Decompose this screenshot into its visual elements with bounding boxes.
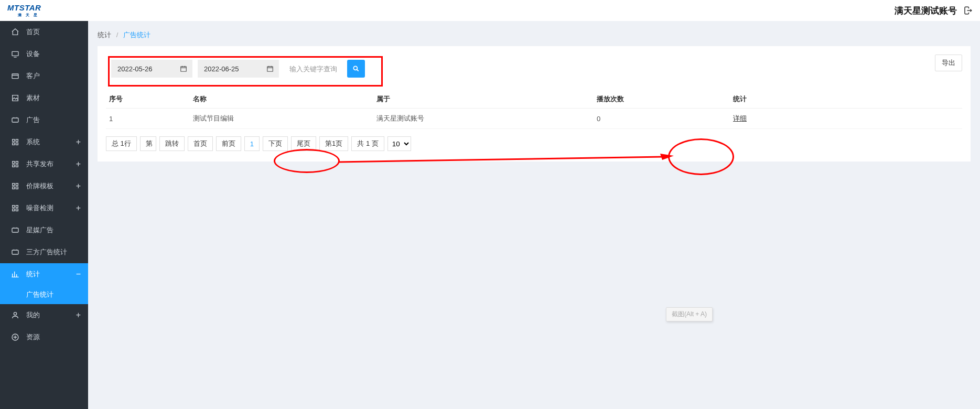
svg-marker-28 bbox=[660, 154, 674, 160]
pager-total: 总 1行 bbox=[106, 136, 137, 151]
sidebar-item-material[interactable]: 素材 bbox=[0, 87, 88, 109]
svg-rect-17 bbox=[16, 206, 18, 208]
svg-rect-11 bbox=[16, 165, 18, 167]
svg-line-27 bbox=[338, 157, 663, 162]
logo-sub: 满 天 星 bbox=[17, 13, 39, 17]
sidebar-item-template[interactable]: 价牌模板 + bbox=[0, 175, 88, 197]
pager-page-size[interactable]: 10 bbox=[387, 136, 411, 151]
sidebar-item-device[interactable]: 设备 bbox=[0, 43, 88, 65]
sidebar-item-label: 共享发布 bbox=[26, 159, 53, 169]
svg-rect-10 bbox=[13, 165, 15, 167]
screenshot-hint: 截图(Alt + A) bbox=[666, 307, 713, 321]
filter-row bbox=[106, 55, 962, 83]
account-name: 满天星测试账号 bbox=[895, 5, 957, 17]
sidebar-item-media-ad[interactable]: 星媒广告 bbox=[0, 219, 88, 241]
expand-icon: + bbox=[76, 181, 81, 191]
sidebar-item-label: 客户 bbox=[26, 71, 40, 81]
pager-jump[interactable]: 跳转 bbox=[159, 136, 185, 151]
col-owner: 属于 bbox=[373, 90, 594, 109]
sidebar-item-noise[interactable]: 噪音检测 + bbox=[0, 197, 88, 219]
breadcrumb-root[interactable]: 统计 bbox=[98, 31, 111, 39]
svg-rect-4 bbox=[13, 139, 15, 142]
expand-icon: + bbox=[76, 203, 81, 213]
customer-icon bbox=[10, 71, 20, 81]
sidebar-item-home[interactable]: 首页 bbox=[0, 21, 88, 43]
detail-link[interactable]: 详细 bbox=[733, 114, 747, 122]
sidebar-item-label: 价牌模板 bbox=[26, 181, 53, 191]
svg-rect-19 bbox=[16, 209, 18, 211]
svg-rect-13 bbox=[16, 184, 18, 186]
col-name: 名称 bbox=[190, 90, 373, 109]
sidebar-item-profile[interactable]: 我的 + bbox=[0, 304, 88, 326]
sidebar-item-resource[interactable]: 资源 bbox=[0, 326, 88, 348]
sidebar-item-third-ad[interactable]: 三方广告统计 bbox=[0, 241, 88, 263]
pager-prev[interactable]: 前页 bbox=[216, 136, 241, 151]
sidebar-item-label: 设备 bbox=[26, 49, 40, 59]
search-button[interactable] bbox=[347, 60, 365, 78]
svg-rect-14 bbox=[13, 187, 15, 189]
svg-rect-2 bbox=[12, 74, 18, 79]
stats-icon bbox=[10, 270, 20, 279]
keyword-input[interactable] bbox=[284, 60, 342, 78]
ad-icon bbox=[10, 115, 20, 125]
sidebar-item-label: 素材 bbox=[26, 93, 40, 103]
pager-pages-total: 共 1 页 bbox=[351, 136, 384, 151]
search-icon bbox=[352, 65, 360, 72]
pager-current[interactable]: 1 bbox=[244, 136, 260, 151]
pager-last[interactable]: 尾页 bbox=[291, 136, 316, 151]
breadcrumb-current: 广告统计 bbox=[123, 31, 150, 39]
breadcrumb: 统计 / 广告统计 bbox=[98, 30, 971, 40]
sidebar-item-label: 三方广告统计 bbox=[26, 247, 67, 257]
svg-rect-20 bbox=[12, 228, 18, 232]
logo: MTSTAR 满 天 星 bbox=[7, 3, 89, 18]
share-icon bbox=[10, 159, 20, 169]
sidebar-item-label: 广告统计 bbox=[26, 290, 53, 299]
svg-text:MTSTAR: MTSTAR bbox=[7, 3, 41, 12]
third-ad-icon bbox=[10, 247, 20, 257]
svg-rect-8 bbox=[13, 162, 15, 164]
sidebar-item-label: 我的 bbox=[26, 310, 40, 320]
cell-name: 测试节目编辑 bbox=[190, 109, 373, 129]
sidebar-item-label: 首页 bbox=[26, 27, 40, 37]
collapse-icon: − bbox=[76, 270, 81, 279]
device-icon bbox=[10, 49, 20, 59]
sidebar-item-label: 统计 bbox=[26, 270, 40, 279]
expand-icon: + bbox=[76, 159, 81, 169]
expand-icon: + bbox=[76, 137, 81, 147]
svg-point-26 bbox=[353, 66, 357, 70]
svg-rect-21 bbox=[12, 250, 18, 254]
results-table: 序号 名称 属于 播放次数 统计 1 测试节目编辑 满天星测试账号 0 bbox=[106, 90, 962, 129]
logo-icon: MTSTAR 满 天 星 bbox=[7, 3, 89, 18]
sidebar: 首页 设备 客户 素材 广吿 系统 + 共享发布 + bbox=[0, 21, 88, 409]
table-header-row: 序号 名称 属于 播放次数 统计 bbox=[106, 90, 962, 109]
pager-first[interactable]: 首页 bbox=[188, 136, 213, 151]
svg-rect-6 bbox=[13, 143, 15, 145]
svg-rect-1 bbox=[12, 51, 18, 56]
col-stats: 统计 bbox=[730, 90, 962, 109]
date-from-input[interactable] bbox=[111, 60, 192, 78]
date-to-input[interactable] bbox=[198, 60, 279, 78]
pager-goto-prefix: 第 bbox=[146, 139, 153, 148]
svg-rect-9 bbox=[16, 162, 18, 164]
table-row: 1 测试节目编辑 满天星测试账号 0 详细 bbox=[106, 109, 962, 129]
pager-page-info: 第1页 bbox=[319, 136, 348, 151]
svg-point-22 bbox=[14, 313, 16, 315]
main: 统计 / 广告统计 导出 bbox=[88, 21, 980, 409]
svg-rect-12 bbox=[13, 184, 15, 186]
sidebar-item-label: 广吿 bbox=[26, 115, 40, 125]
system-icon bbox=[10, 137, 20, 147]
sidebar-item-system[interactable]: 系统 + bbox=[0, 131, 88, 153]
sidebar-subitem-ad-stats[interactable]: 广告统计 bbox=[0, 285, 88, 304]
sidebar-item-stats[interactable]: 统计 − bbox=[0, 263, 88, 285]
sidebar-item-ad[interactable]: 广吿 bbox=[0, 109, 88, 131]
logout-icon[interactable] bbox=[963, 6, 973, 15]
results-panel: 导出 bbox=[98, 46, 971, 162]
sidebar-item-customer[interactable]: 客户 bbox=[0, 65, 88, 87]
sidebar-item-label: 系统 bbox=[26, 137, 40, 147]
noise-icon bbox=[10, 203, 20, 213]
pagination: 总 1行 第 跳转 首页 前页 1 下页 尾页 第1页 共 1 页 10 bbox=[106, 129, 962, 153]
breadcrumb-sep: / bbox=[116, 31, 119, 39]
sidebar-item-share[interactable]: 共享发布 + bbox=[0, 153, 88, 175]
pager-next[interactable]: 下页 bbox=[263, 136, 288, 151]
expand-icon: + bbox=[76, 310, 81, 320]
